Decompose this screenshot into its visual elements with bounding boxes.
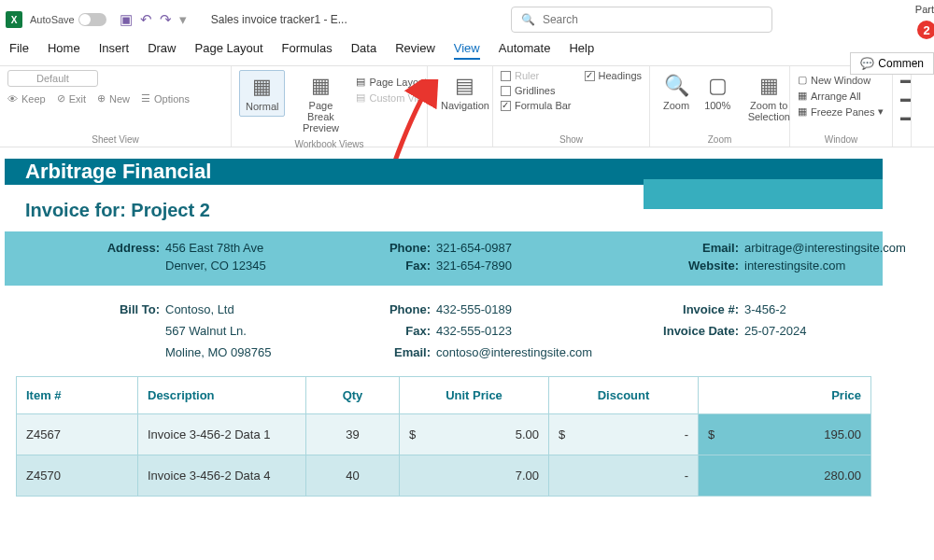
cell-unit[interactable]: $5.00 [400, 414, 549, 455]
custom-views-button[interactable]: ▤Custom Views [356, 91, 434, 104]
cell-price[interactable]: 280.00 [699, 455, 871, 497]
checkbox-checked-icon [585, 71, 595, 81]
cell-price[interactable]: $195.00 [699, 414, 871, 455]
group-workbook-views: Workbook Views [239, 139, 419, 149]
exit-icon: ⊘ [57, 92, 65, 105]
freeze-icon: ▦ [798, 105, 807, 118]
invoice-date-label: Invoice Date: [651, 324, 744, 338]
worksheet: Arbitrage Financial Invoice for: Project… [5, 159, 883, 497]
quick-access-toolbar: ▣ ↶ ↷ ▾ [120, 11, 187, 28]
search-icon: 🔍 [521, 13, 535, 26]
cell-item[interactable]: Z4567 [17, 414, 138, 455]
website-label: Website: [651, 259, 744, 273]
address-label: Address: [25, 241, 165, 255]
table-row[interactable]: Z4567 Invoice 3-456-2 Data 1 39 $5.00 $-… [17, 414, 871, 455]
ribbon-overflow-icon[interactable]: ▬ [900, 74, 911, 85]
freeze-panes-button[interactable]: ▦Freeze Panes ▾ [798, 105, 884, 118]
menu-help[interactable]: Help [569, 41, 594, 60]
new-window-button[interactable]: ▢New Window [798, 74, 884, 86]
checkbox-checked-icon [501, 101, 511, 111]
menu-home[interactable]: Home [48, 41, 80, 60]
col-disc[interactable]: Discount [549, 377, 699, 414]
bt-email-value: contoso@interestingsite.com [436, 345, 651, 359]
page-break-button[interactable]: ▦Page Break Preview [289, 70, 352, 137]
autosave-label: AutoSave [30, 14, 75, 25]
menu-draw[interactable]: Draw [148, 41, 176, 60]
cell-item[interactable]: Z4570 [17, 455, 138, 497]
col-unit[interactable]: Unit Price [400, 377, 549, 414]
new-window-icon: ▢ [798, 74, 807, 86]
exit-button[interactable]: ⊘Exit [57, 92, 86, 105]
page-break-icon: ▦ [311, 74, 331, 98]
cell-qty[interactable]: 40 [306, 455, 400, 497]
main-menu: File Home Insert Draw Page Layout Formul… [0, 39, 934, 65]
group-window: Window [798, 134, 884, 145]
toggle-off-icon[interactable] [78, 13, 106, 26]
comments-button[interactable]: 💬 Commen [850, 52, 934, 75]
menu-file[interactable]: File [9, 41, 29, 60]
cell-unit[interactable]: 7.00 [400, 455, 549, 497]
menu-formulas[interactable]: Formulas [282, 41, 333, 60]
phone-label: Phone: [343, 241, 436, 255]
cell-desc[interactable]: Invoice 3-456-2 Data 4 [138, 455, 306, 497]
redo-icon[interactable]: ↷ [160, 11, 172, 28]
address-line2: Denver, CO 12345 [165, 259, 343, 273]
col-qty[interactable]: Qty [306, 377, 400, 414]
fax-label: Fax: [343, 259, 436, 273]
dropdown-icon[interactable]: ▾ [179, 11, 187, 28]
zoom-sel-icon: ▦ [759, 74, 779, 98]
cell-qty[interactable]: 39 [306, 414, 400, 455]
zoom-selection-button[interactable]: ▦Zoom to Selection [740, 70, 798, 126]
undo-icon[interactable]: ↶ [140, 11, 152, 28]
group-zoom: Zoom [658, 134, 782, 145]
page-layout-icon: ▤ [356, 76, 365, 88]
bt-city: Moline, MO 098765 [165, 345, 343, 359]
ruler-checkbox[interactable]: Ruler [501, 70, 572, 81]
checkbox-icon [501, 86, 511, 96]
invoice-no-value: 3-456-2 [744, 302, 931, 316]
zoom-button[interactable]: 🔍Zoom [658, 70, 695, 115]
keep-button[interactable]: 👁Keep [7, 92, 46, 105]
phone-value: 321-654-0987 [436, 241, 651, 255]
page-layout-button[interactable]: ▤Page Layout [356, 76, 434, 88]
col-item[interactable]: Item # [17, 377, 138, 414]
invoice-table: Item # Description Qty Unit Price Discou… [16, 376, 871, 497]
table-row[interactable]: Z4570 Invoice 3-456-2 Data 4 40 7.00 - 2… [17, 455, 871, 497]
partner-label: Part [915, 4, 934, 15]
group-sheet-view: Sheet View [7, 134, 223, 145]
bt-street: 567 Walnut Ln. [165, 324, 343, 338]
menu-review[interactable]: Review [395, 41, 435, 60]
cell-desc[interactable]: Invoice 3-456-2 Data 1 [138, 414, 306, 455]
autosave-toggle[interactable]: AutoSave [30, 13, 106, 26]
normal-view-icon: ▦ [252, 75, 272, 99]
normal-view-button[interactable]: ▦Normal [239, 70, 285, 117]
new-view-button[interactable]: ⊕New [97, 92, 130, 105]
invoice-no-label: Invoice #: [651, 302, 744, 316]
chevron-down-icon: ▾ [878, 105, 884, 118]
comments-label: Commen [878, 57, 924, 70]
menu-insert[interactable]: Insert [99, 41, 130, 60]
save-icon[interactable]: ▣ [120, 11, 133, 28]
menu-view[interactable]: View [454, 41, 480, 60]
zoom-100-button[interactable]: ▢100% [699, 70, 736, 115]
zoom-100-icon: ▢ [708, 74, 728, 98]
formula-bar-checkbox[interactable]: Formula Bar [501, 100, 572, 111]
ribbon-overflow-icon[interactable]: ▬ [900, 92, 911, 104]
navigation-button[interactable]: ▤Navigation [435, 70, 495, 115]
options-button[interactable]: ☰Options [141, 92, 190, 105]
menu-page-layout[interactable]: Page Layout [195, 41, 263, 60]
arrange-all-button[interactable]: ▦Arrange All [798, 90, 884, 102]
sheet-view-select[interactable]: Default [7, 70, 98, 87]
bt-phone-label: Phone: [343, 302, 436, 316]
menu-automate[interactable]: Automate [499, 41, 551, 60]
col-price[interactable]: Price [699, 377, 871, 414]
menu-data[interactable]: Data [351, 41, 376, 60]
ribbon-overflow-icon[interactable]: ▬ [900, 111, 911, 122]
search-input[interactable]: 🔍 Search [511, 7, 772, 33]
gridlines-checkbox[interactable]: Gridlines [501, 85, 572, 96]
cell-disc[interactable]: $- [549, 414, 699, 455]
cell-disc[interactable]: - [549, 455, 699, 497]
headings-checkbox[interactable]: Headings [585, 70, 642, 81]
fax-value: 321-654-7890 [436, 259, 651, 273]
col-desc[interactable]: Description [138, 377, 306, 414]
